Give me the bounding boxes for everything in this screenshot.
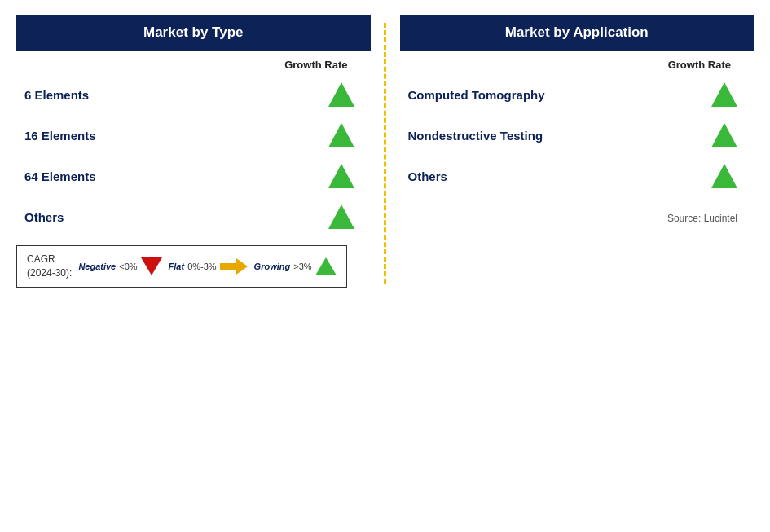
- negative-label: Negative: [78, 262, 116, 271]
- growth-arrow-up: [711, 82, 737, 107]
- item-label-others-left: Others: [24, 210, 64, 224]
- item-label-nondestructive-testing: Nondestructive Testing: [408, 129, 543, 143]
- growing-label: Growing: [254, 262, 291, 271]
- list-item: Others: [16, 196, 371, 237]
- right-panel-header: Market by Application: [400, 15, 755, 51]
- divider: [371, 15, 400, 284]
- right-growth-rate-label: Growth Rate: [400, 59, 755, 71]
- growth-arrow-up: [328, 123, 354, 147]
- legend-negative: Negative <0%: [78, 257, 161, 275]
- list-item: 6 Elements: [16, 74, 371, 115]
- legend-flat: Flat 0%-3%: [169, 258, 248, 275]
- growing-arrow-icon: [315, 257, 337, 275]
- growth-arrow-up: [711, 164, 737, 188]
- right-panel: Market by Application Growth Rate Comput…: [400, 15, 755, 224]
- legend-box: CAGR(2024-30): Negative <0% Flat 0%-3% G…: [16, 245, 347, 288]
- cagr-label: CAGR(2024-30):: [27, 253, 72, 280]
- dashed-divider-line: [384, 23, 386, 284]
- growth-arrow-up: [328, 204, 354, 229]
- flat-value: 0%-3%: [187, 262, 216, 271]
- negative-value: <0%: [119, 262, 137, 271]
- item-label-64-elements: 64 Elements: [24, 169, 96, 183]
- negative-arrow-icon: [141, 257, 162, 275]
- left-panel: Market by Type Growth Rate 6 Elements 16…: [16, 15, 371, 288]
- list-item: Nondestructive Testing: [400, 115, 755, 156]
- flat-arrow-icon: [220, 258, 248, 275]
- left-growth-rate-label: Growth Rate: [16, 59, 371, 71]
- main-container: Market by Type Growth Rate 6 Elements 16…: [16, 15, 754, 288]
- item-label-16-elements: 16 Elements: [24, 129, 96, 143]
- left-panel-header: Market by Type: [16, 15, 371, 51]
- list-item: 64 Elements: [16, 156, 371, 196]
- list-item: 16 Elements: [16, 115, 371, 156]
- flat-label: Flat: [169, 262, 185, 271]
- legend-growing: Growing >3%: [254, 257, 337, 275]
- growth-arrow-up: [711, 123, 737, 147]
- list-item: Computed Tomography: [400, 74, 755, 115]
- growth-arrow-up: [328, 164, 354, 188]
- source-text: Source: Lucintel: [400, 213, 755, 224]
- item-label-computed-tomography: Computed Tomography: [408, 88, 545, 102]
- growth-arrow-up: [328, 82, 354, 107]
- growing-value: >3%: [293, 262, 311, 271]
- list-item: Others: [400, 156, 755, 196]
- item-label-others-right: Others: [408, 169, 447, 183]
- item-label-6-elements: 6 Elements: [24, 88, 89, 102]
